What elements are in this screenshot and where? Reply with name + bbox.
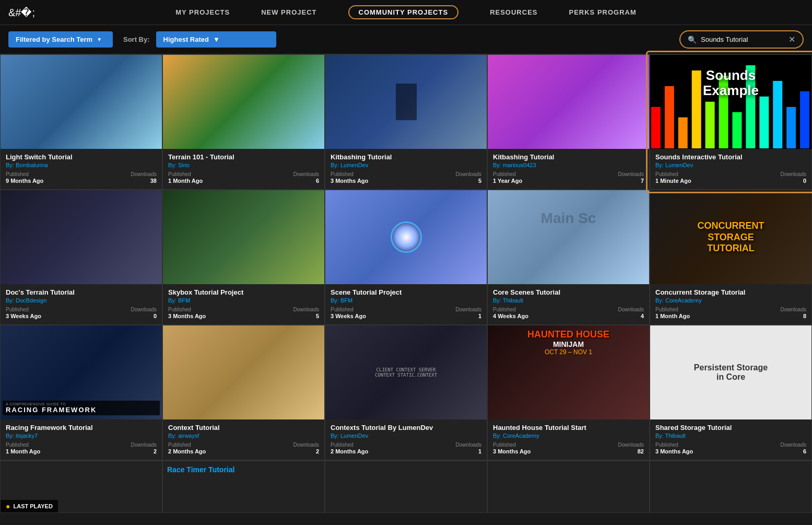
card-author-core-scenes-tutorial: By: Thibault [493,297,644,304]
card-title-kitbashing-tutorial-1: Kitbashing Tutorial [331,153,481,161]
card-scene-tutorial-project[interactable]: Scene Tutorial ProjectBy: BFMPublished3 … [325,190,487,325]
card-title-sounds-interactive-tutorial: Sounds Interactive Tutorial [655,153,806,161]
bottom-card-bottom-card-4[interactable] [487,461,650,513]
svg-rect-10 [786,107,796,149]
card-author-racing-framework-tutorial: By: itsjacky7 [6,433,157,439]
kitbashing-tutorial-1-thumbnail [325,55,487,149]
card-kitbashing-tutorial-2[interactable]: Kitbashing TutorialBy: marious0423Publis… [487,54,650,190]
card-author-kitbashing-tutorial-1: By: LumenDev [331,162,481,168]
card-title-concurrent-storage-tutorial: Concurrent Storage Tutorial [655,288,806,296]
card-body-light-switch-tutorial: Light Switch TutorialBy: BombalurinaPubl… [1,149,162,189]
card-title-core-scenes-tutorial: Core Scenes Tutorial [493,288,644,296]
svg-rect-2 [678,118,688,149]
card-context-tutorial[interactable]: Context TutorialBy: airwaysfPublished2 M… [162,325,325,460]
card-meta-core-scenes-tutorial: Published4 Weeks AgoDownloads4 [493,307,644,319]
card-body-haunted-house-tutorial-start: Haunted House Tutorial StartBy: CoreAcad… [488,419,649,460]
top-nav: &#�; MY PROJECTS NEW PROJECT COMMUNITY P… [0,0,812,25]
haunted-house-tutorial-start-thumbnail: HAUNTED HOUSEMINIJAMOCT 29 – NOV 1 [488,325,649,419]
card-light-switch-tutorial[interactable]: Light Switch TutorialBy: BombalurinaPubl… [0,54,162,190]
filter-arrow-icon: ▼ [97,37,102,42]
card-title-kitbashing-tutorial-2: Kitbashing Tutorial [493,153,644,161]
card-docs-terrain-tutorial[interactable]: Doc's Terrain TutorialBy: DocBdesignPubl… [0,190,162,325]
terrain-101-tutorial-thumbnail [163,55,324,149]
card-core-scenes-tutorial[interactable]: Main ScCore Scenes TutorialBy: ThibaultP… [487,190,650,325]
card-meta-concurrent-storage-tutorial: Published1 Month AgoDownloads8 [655,307,806,319]
card-author-context-tutorial: By: airwaysf [168,433,319,439]
card-kitbashing-tutorial-1[interactable]: Kitbashing TutorialBy: LumenDevPublished… [325,54,487,190]
last-played-badge: ●LAST PLAYED [1,500,58,512]
back-button[interactable]: &#�; [8,6,35,19]
svg-rect-6 [732,112,742,149]
bottom-row: ●LAST PLAYEDRace Timer Tutorial [0,460,812,513]
card-author-skybox-tutorial-project: By: BFM [168,297,319,304]
card-meta-docs-terrain-tutorial: Published3 Weeks AgoDownloads0 [6,307,157,319]
card-shared-storage-tutorial[interactable]: Persistent Storagein CoreShared Storage … [650,325,812,460]
sounds-interactive-tutorial-thumbnail: SoundsExample [650,55,811,149]
card-author-kitbashing-tutorial-2: By: marious0423 [493,162,644,168]
svg-rect-0 [651,107,661,149]
kitbashing-tutorial-2-thumbnail [488,55,649,149]
search-box: 🔍 ✕ [679,30,804,49]
card-meta-haunted-house-tutorial-start: Published3 Months AgoDownloads82 [493,442,644,454]
card-title-contexts-tutorial-lumendev: Contexts Tutorial By LumenDev [331,424,481,431]
search-clear-button[interactable]: ✕ [789,34,795,44]
sort-by-label: Sort By: [123,36,150,43]
card-body-kitbashing-tutorial-1: Kitbashing TutorialBy: LumenDevPublished… [325,149,487,189]
card-haunted-house-tutorial-start[interactable]: HAUNTED HOUSEMINIJAMOCT 29 – NOV 1Haunte… [487,325,650,460]
card-meta-sounds-interactive-tutorial: Published1 Minute AgoDownloads0 [655,171,806,184]
nav-perks-program[interactable]: PERKS PROGRAM [569,8,636,16]
svg-rect-11 [800,91,809,149]
light-switch-tutorial-thumbnail [1,55,162,149]
card-title-terrain-101-tutorial: Terrain 101 - Tutorial [168,153,319,161]
nav-links: MY PROJECTS NEW PROJECT COMMUNITY PROJEC… [175,5,637,19]
card-meta-scene-tutorial-project: Published3 Weeks AgoDownloads1 [331,307,481,319]
bottom-card-bottom-card-2[interactable]: Race Timer Tutorial [162,461,325,513]
card-title-racing-framework-tutorial: Racing Framework Tutorial [6,424,157,431]
filter-dropdown[interactable]: Filtered by Search Term ▼ [8,31,113,48]
nav-resources[interactable]: RESOURCES [490,8,537,16]
sort-value: Highest Rated [163,36,209,43]
skybox-tutorial-project-thumbnail [163,190,324,284]
bottom-card-title: Race Timer Tutorial [167,465,234,474]
nav-community-projects[interactable]: COMMUNITY PROJECTS [348,5,459,19]
bottom-card-bottom-card-3[interactable] [325,461,487,513]
concurrent-storage-tutorial-thumbnail: CONCURRENT STORAGE TUTORIAL [650,190,811,284]
card-body-docs-terrain-tutorial: Doc's Terrain TutorialBy: DocBdesignPubl… [1,284,162,324]
card-title-context-tutorial: Context Tutorial [168,424,319,431]
sort-arrow-icon: ▼ [213,36,220,43]
bottom-card-bottom-card-1[interactable]: ●LAST PLAYED [0,461,162,513]
card-concurrent-storage-tutorial[interactable]: CONCURRENT STORAGE TUTORIALConcurrent St… [650,190,812,325]
nav-new-project[interactable]: NEW PROJECT [261,8,316,16]
filter-label: Filtered by Search Term [16,36,92,43]
card-contexts-tutorial-lumendev[interactable]: CLIENT CONTEXT SERVER CONTEXT STATIC.CON… [325,325,487,460]
card-body-core-scenes-tutorial: Core Scenes TutorialBy: ThibaultPublishe… [488,284,649,324]
card-body-context-tutorial: Context TutorialBy: airwaysfPublished2 M… [163,419,324,460]
scene-tutorial-project-thumbnail [325,190,487,284]
card-body-shared-storage-tutorial: Shared Storage TutorialBy: ThibaultPubli… [650,419,811,460]
card-terrain-101-tutorial[interactable]: Terrain 101 - TutorialBy: SinoPublished1… [162,54,325,190]
search-input[interactable] [701,36,784,43]
card-author-scene-tutorial-project: By: BFM [331,297,481,304]
card-sounds-interactive-tutorial[interactable]: SoundsExampleSounds Interactive Tutorial… [650,54,812,190]
card-body-sounds-interactive-tutorial: Sounds Interactive TutorialBy: LumenDevP… [650,149,811,189]
contexts-tutorial-lumendev-thumbnail: CLIENT CONTEXT SERVER CONTEXT STATIC.CON… [325,325,487,419]
card-skybox-tutorial-project[interactable]: Skybox Tutorial ProjectBy: BFMPublished3… [162,190,325,325]
card-meta-kitbashing-tutorial-2: Published1 Year AgoDownloads7 [493,171,644,184]
card-meta-skybox-tutorial-project: Published3 Months AgoDownloads5 [168,307,319,319]
svg-rect-4 [705,102,715,149]
last-played-dot-icon: ● [6,502,10,510]
card-author-light-switch-tutorial: By: Bombalurina [6,162,157,168]
sort-dropdown[interactable]: Highest Rated ▼ [156,31,276,48]
card-body-skybox-tutorial-project: Skybox Tutorial ProjectBy: BFMPublished3… [163,284,324,324]
card-title-haunted-house-tutorial-start: Haunted House Tutorial Start [493,424,644,431]
card-racing-framework-tutorial[interactable]: A COMPREHENSIVE GUIDE TORACING FRAMEWORK… [0,325,162,460]
card-author-concurrent-storage-tutorial: By: CoreAcademy [655,297,806,304]
card-author-sounds-interactive-tutorial: By: LumenDev [655,162,806,168]
card-meta-shared-storage-tutorial: Published3 Months AgoDownloads6 [655,442,806,454]
search-icon: 🔍 [688,36,697,44]
last-played-label: LAST PLAYED [13,503,52,509]
card-body-terrain-101-tutorial: Terrain 101 - TutorialBy: SinoPublished1… [163,149,324,189]
shared-storage-tutorial-thumbnail: Persistent Storagein Core [650,325,811,419]
bottom-card-bottom-card-5[interactable] [650,461,812,513]
nav-my-projects[interactable]: MY PROJECTS [175,8,230,16]
